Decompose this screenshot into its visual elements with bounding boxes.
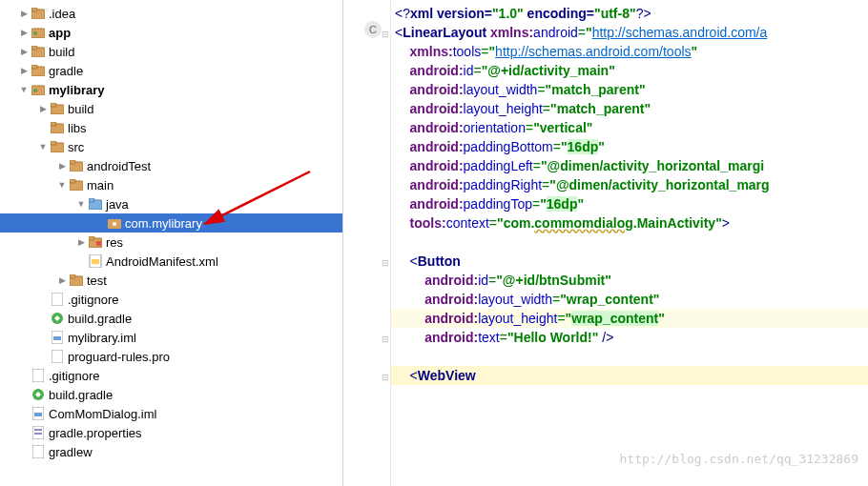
svg-rect-34 xyxy=(53,336,61,340)
tree-item-idea[interactable]: ▶.idea xyxy=(0,4,342,23)
code-line[interactable]: android:paddingTop="16dp" xyxy=(391,194,868,213)
tree-item-res[interactable]: ▶res xyxy=(0,233,342,252)
gradle-icon xyxy=(50,311,65,326)
tree-label: com.mylibrary xyxy=(125,216,202,231)
code-line[interactable]: <WebView xyxy=(391,366,868,385)
tree-item-buildgradle[interactable]: build.gradle xyxy=(0,309,342,328)
module-file-icon xyxy=(31,406,46,421)
fold-icon[interactable]: ⊟ xyxy=(382,25,391,34)
project-tree[interactable]: ▶.idea ▶app ▶build ▶gradle ▼mylibrary ▶b… xyxy=(0,0,343,486)
source-folder-icon xyxy=(88,196,103,212)
tree-item-androidtest[interactable]: ▶androidTest xyxy=(0,156,342,175)
tree-label: gradlew xyxy=(49,445,93,459)
tree-item-rootgit[interactable]: .gitignore xyxy=(0,366,342,385)
tree-item-libs[interactable]: libs xyxy=(0,118,342,137)
code-editor[interactable]: C ⊟ ⊟ ⊟ ⊟ <?xml version="1.0" encoding="… xyxy=(343,0,868,486)
code-line[interactable] xyxy=(391,233,868,252)
code-content[interactable]: <?xml version="1.0" encoding="utf-8"?> <… xyxy=(391,4,868,385)
tree-item-gradlew[interactable]: gradlew xyxy=(0,442,342,461)
chevron-right-icon: ▶ xyxy=(57,275,67,285)
svg-rect-36 xyxy=(32,369,44,382)
file-icon xyxy=(31,444,46,459)
tree-label: proguard-rules.pro xyxy=(68,350,170,364)
chevron-right-icon: ▶ xyxy=(19,47,29,56)
tree-item-proguard[interactable]: proguard-rules.pro xyxy=(0,347,342,366)
tree-label: res xyxy=(106,235,123,250)
tree-item-app[interactable]: ▶app xyxy=(0,23,342,42)
chevron-down-icon: ▼ xyxy=(57,180,67,190)
tree-item-rootbuild[interactable]: build.gradle xyxy=(0,385,342,404)
xml-file-icon xyxy=(88,253,103,269)
package-icon xyxy=(107,215,122,231)
tree-item-main[interactable]: ▼main xyxy=(0,175,342,194)
chevron-right-icon: ▶ xyxy=(19,66,29,75)
tree-item-src[interactable]: ▼src xyxy=(0,137,342,156)
svg-point-9 xyxy=(33,89,37,92)
code-line[interactable]: <?xml version="1.0" encoding="utf-8"?> xyxy=(391,4,868,23)
code-line[interactable]: tools:context="com.commomdialog.MainActi… xyxy=(391,213,868,233)
tree-label: java xyxy=(106,197,129,212)
tree-item-rootiml[interactable]: ComMomDialog.iml xyxy=(0,404,342,423)
code-line[interactable]: android:layout_width="match_parent" xyxy=(391,80,868,99)
tree-label: build xyxy=(49,45,74,59)
tree-label: src xyxy=(68,140,84,154)
file-icon xyxy=(50,349,65,364)
code-line[interactable]: android:layout_height="wrap_content" xyxy=(391,309,868,328)
code-line[interactable]: <LinearLayout xmlns:android="http://sche… xyxy=(391,23,868,42)
fold-icon[interactable]: ⊟ xyxy=(382,330,391,339)
code-line[interactable]: android:paddingLeft="@dimen/activity_hor… xyxy=(391,156,868,175)
tree-item-iml[interactable]: mylibrary.iml xyxy=(0,328,342,347)
tree-label: gradle.properties xyxy=(49,426,142,440)
editor-gutter: C ⊟ ⊟ ⊟ ⊟ xyxy=(343,0,391,486)
folder-icon xyxy=(69,158,84,173)
code-line[interactable]: android:id="@+id/activity_main" xyxy=(391,61,868,80)
tree-item-manifest[interactable]: AndroidManifest.xml xyxy=(0,252,342,271)
code-line[interactable]: android:paddingRight="@dimen/activity_ho… xyxy=(391,175,868,194)
module-file-icon xyxy=(50,330,65,345)
code-line[interactable]: android:orientation="vertical" xyxy=(391,118,868,137)
tree-item-gradle[interactable]: ▶gradle xyxy=(0,61,342,80)
code-line[interactable]: android:layout_width="wrap_content" xyxy=(391,290,868,309)
tree-item-gradleprops[interactable]: gradle.properties xyxy=(0,423,342,442)
chevron-down-icon: ▼ xyxy=(19,85,29,94)
tree-item-build[interactable]: ▶build xyxy=(0,42,342,61)
code-line[interactable]: android:id="@+id/btnSubmit" xyxy=(391,271,868,290)
tree-item-java[interactable]: ▼java xyxy=(0,194,342,213)
code-line[interactable]: android:text="Hello World!" /> xyxy=(391,328,868,347)
svg-rect-35 xyxy=(52,350,63,363)
module-icon xyxy=(31,82,46,97)
tree-label: main xyxy=(87,178,114,192)
code-line[interactable]: android:layout_height="match_parent" xyxy=(391,99,868,118)
tree-label: build xyxy=(68,102,93,116)
tree-item-test[interactable]: ▶test xyxy=(0,271,342,290)
tree-item-mybuild[interactable]: ▶build xyxy=(0,99,342,118)
tree-label: libs xyxy=(68,121,87,135)
tree-item-mylibrary[interactable]: ▼mylibrary xyxy=(0,80,342,99)
fold-icon[interactable]: ⊟ xyxy=(382,368,391,377)
code-line[interactable]: android:paddingBottom="16dp" xyxy=(391,137,868,156)
folder-icon xyxy=(69,273,84,288)
chevron-right-icon: ▶ xyxy=(57,161,67,171)
code-line[interactable] xyxy=(391,347,868,366)
svg-rect-41 xyxy=(34,429,42,431)
properties-file-icon xyxy=(31,425,46,440)
svg-rect-43 xyxy=(32,445,44,458)
resource-folder-icon xyxy=(88,234,103,250)
fold-icon[interactable]: ⊟ xyxy=(382,253,391,263)
gradle-icon xyxy=(31,387,46,402)
svg-rect-26 xyxy=(96,241,101,246)
tree-label: gradle xyxy=(49,64,83,78)
svg-rect-13 xyxy=(51,122,56,126)
svg-rect-15 xyxy=(51,141,56,145)
tree-label: build.gradle xyxy=(49,388,113,402)
folder-icon xyxy=(50,101,65,116)
tree-label: ComMomDialog.iml xyxy=(49,407,156,421)
code-line[interactable]: <Button xyxy=(391,252,868,271)
chevron-down-icon: ▼ xyxy=(38,142,48,152)
tree-item-gitignore[interactable]: .gitignore xyxy=(0,290,342,309)
chevron-right-icon: ▶ xyxy=(76,237,86,247)
tree-item-package[interactable]: com.mylibrary xyxy=(0,213,342,233)
code-line[interactable]: xmlns:tools="http://schemas.android.com/… xyxy=(391,42,868,61)
chevron-right-icon: ▶ xyxy=(19,9,29,18)
file-icon xyxy=(31,368,46,383)
